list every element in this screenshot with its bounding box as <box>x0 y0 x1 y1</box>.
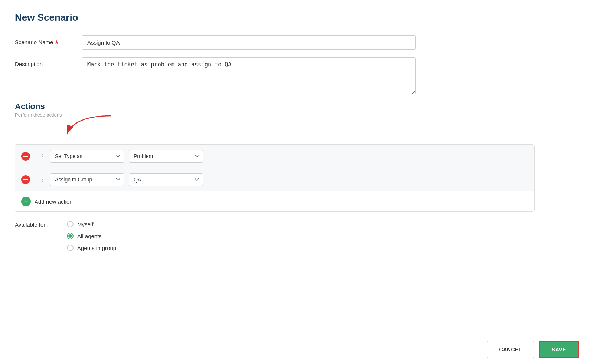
action-type-select-2[interactable]: Set Type as Assign to Group Assign to Ag… <box>50 173 124 186</box>
required-indicator: ★ <box>54 39 59 45</box>
add-action-label: Add new action <box>35 199 73 205</box>
action-row-1: ⋮⋮ Set Type as Assign to Group Assign to… <box>15 145 534 168</box>
page-title: New Scenario <box>15 12 579 23</box>
available-for-row: Available for : Myself All agents Agents… <box>15 221 579 251</box>
radio-all-agents-indicator <box>67 233 74 239</box>
radio-agents-in-group-label: Agents in group <box>77 245 116 251</box>
radio-agents-in-group[interactable]: Agents in group <box>67 245 116 251</box>
radio-agents-in-group-indicator <box>67 245 74 251</box>
available-for-section: Available for : Myself All agents Agents… <box>15 221 579 251</box>
save-button[interactable]: SAVE <box>539 341 579 358</box>
radio-all-agents[interactable]: All agents <box>67 233 116 239</box>
actions-box: ⋮⋮ Set Type as Assign to Group Assign to… <box>15 144 535 212</box>
arrow-icon <box>45 114 119 140</box>
arrow-annotation <box>15 118 579 140</box>
action-type-select-1[interactable]: Set Type as Assign to Group Assign to Ag… <box>50 150 124 163</box>
footer-buttons: CANCEL SAVE <box>0 335 594 364</box>
radio-myself-label: Myself <box>77 221 93 227</box>
radio-group: Myself All agents Agents in group <box>67 221 116 251</box>
cancel-button[interactable]: CANCEL <box>487 341 534 358</box>
description-label: Description <box>15 57 82 67</box>
scenario-name-input[interactable] <box>82 35 416 50</box>
action-row-2: ⋮⋮ Set Type as Assign to Group Assign to… <box>15 168 534 191</box>
drag-handle-2[interactable]: ⋮⋮ <box>35 177 46 183</box>
radio-myself[interactable]: Myself <box>67 221 116 227</box>
description-textarea[interactable]: Mark the ticket as problem and assign to… <box>82 57 416 94</box>
remove-action-1-button[interactable] <box>21 152 30 161</box>
actions-section: Actions Perform these actions <box>15 102 579 140</box>
add-action-row[interactable]: Add new action <box>15 191 534 211</box>
scenario-name-row: Scenario Name★ <box>15 35 579 50</box>
description-row: Description Mark the ticket as problem a… <box>15 57 579 94</box>
radio-myself-indicator <box>67 221 74 227</box>
action-value-select-1[interactable]: Problem Question Incident Feature Reques… <box>129 150 203 163</box>
remove-action-2-button[interactable] <box>21 175 30 184</box>
drag-handle-1[interactable]: ⋮⋮ <box>35 153 46 159</box>
scenario-name-label: Scenario Name★ <box>15 35 82 46</box>
radio-all-agents-label: All agents <box>77 233 102 239</box>
add-action-icon <box>21 197 31 206</box>
available-for-label: Available for : <box>15 221 67 228</box>
action-value-select-2[interactable]: QA Support Engineering Billing <box>129 173 203 186</box>
actions-title: Actions <box>15 102 579 111</box>
